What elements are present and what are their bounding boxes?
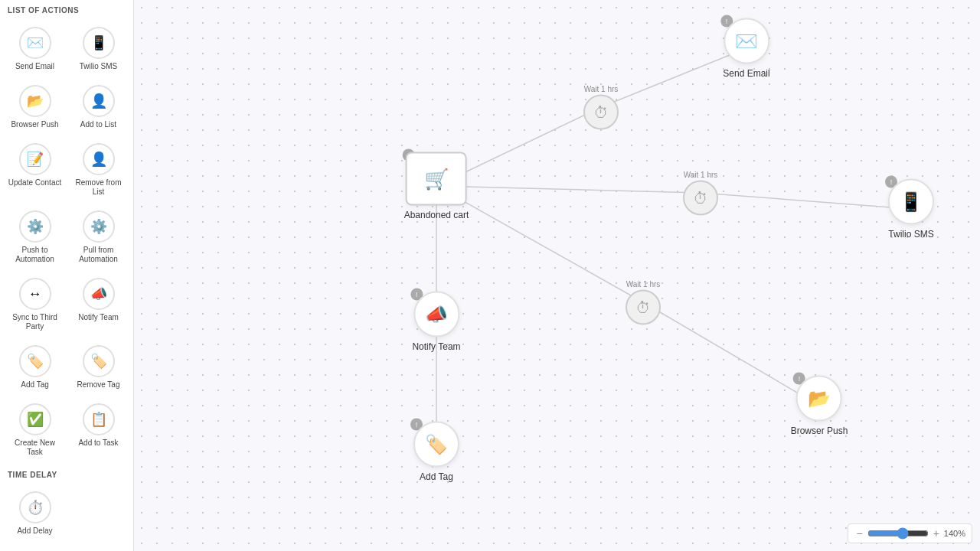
sidebar-item-update-contact[interactable]: 📝 Update Contact	[5, 137, 65, 201]
sync-third-party-label: Sync to Third Party	[8, 313, 62, 331]
zoom-slider[interactable]	[867, 527, 929, 540]
node-abandoned-cart[interactable]: ! 🛒 Abandoned cart	[404, 152, 469, 220]
sidebar-item-remove-tag[interactable]: 🏷️ Remove Tag	[68, 339, 129, 394]
wait-label-wait3: Wait 1 hrs	[626, 280, 661, 289]
twilio-sms-icon: 📱	[83, 27, 115, 59]
notify-team-label: Notify Team	[78, 313, 119, 322]
remove-from-list-icon: 👤	[83, 143, 115, 175]
update-contact-label: Update Contact	[8, 178, 62, 187]
node-label-abandoned-cart: Abandoned cart	[404, 210, 469, 220]
notify-team-icon: 📣	[83, 278, 115, 310]
add-to-task-label: Add to Task	[78, 439, 118, 448]
wait-node-wait1[interactable]: Wait 1 hrs ⏱	[583, 85, 619, 130]
sidebar-item-pull-from-automation[interactable]: ⚙️ Pull from Automation	[68, 204, 129, 269]
wait-circle-wait3: ⏱	[626, 290, 661, 325]
node-browser-push-node[interactable]: ! 📂 Browser Push	[791, 376, 848, 436]
sidebar-item-push-to-automation[interactable]: ⚙️ Push to Automation	[5, 204, 65, 269]
node-notify-team-node[interactable]: ! 📣 Notify Team	[412, 292, 460, 352]
create-task-label: Create New Task	[8, 439, 62, 457]
node-circle-twilio-sms-node: 📱	[888, 179, 934, 225]
sidebar-item-send-email[interactable]: ✉️ Send Email	[5, 21, 65, 76]
zoom-out-button[interactable]: −	[854, 527, 864, 540]
add-to-list-icon: 👤	[83, 85, 115, 117]
node-label-add-tag-node: Add Tag	[420, 471, 453, 482]
add-to-task-icon: 📋	[83, 403, 115, 435]
sidebar-item-add-delay[interactable]: ⏱️ Add Delay	[5, 485, 65, 540]
sidebar-item-add-tag[interactable]: 🏷️ Add Tag	[5, 339, 65, 394]
sidebar-delay-grid: ⏱️ Add Delay	[0, 482, 133, 543]
send-email-icon: ✉️	[19, 27, 51, 59]
node-label-notify-team-node: Notify Team	[412, 341, 460, 352]
node-label-send-email-node: Send Email	[723, 68, 769, 79]
add-to-list-label: Add to List	[80, 120, 116, 129]
wait-label-wait2: Wait 1 hrs	[684, 171, 718, 179]
wait-label-wait1: Wait 1 hrs	[584, 85, 619, 93]
node-label-browser-push-node: Browser Push	[791, 425, 848, 436]
node-add-tag-node[interactable]: ! 🏷️ Add Tag	[413, 422, 459, 482]
add-tag-label: Add Tag	[21, 380, 49, 390]
zoom-level-label: 140%	[944, 529, 965, 538]
remove-from-list-label: Remove from List	[71, 178, 126, 197]
node-send-email-node[interactable]: ! ✉️ Send Email	[723, 18, 769, 79]
add-delay-icon: ⏱️	[19, 491, 51, 523]
sidebar: LIST OF ACTIONS ✉️ Send Email 📱 Twilio S…	[0, 0, 134, 551]
sidebar-item-create-task[interactable]: ✅ Create New Task	[5, 397, 65, 461]
add-tag-icon: 🏷️	[19, 345, 51, 377]
node-label-twilio-sms-node: Twilio SMS	[888, 229, 933, 240]
sync-third-party-icon: ↔️	[19, 278, 51, 310]
pull-from-automation-icon: ⚙️	[83, 210, 115, 243]
sidebar-item-notify-team[interactable]: 📣 Notify Team	[68, 272, 129, 336]
sidebar-item-sync-third-party[interactable]: ↔️ Sync to Third Party	[5, 272, 65, 336]
remove-tag-icon: 🏷️	[83, 345, 115, 377]
wait-circle-wait1: ⏱	[583, 95, 619, 130]
remove-tag-label: Remove Tag	[77, 380, 120, 390]
trigger-box-abandoned-cart: 🛒	[406, 152, 467, 206]
sidebar-item-browser-push[interactable]: 📂 Browser Push	[5, 79, 65, 134]
node-twilio-sms-node[interactable]: ! 📱 Twilio SMS	[888, 179, 934, 240]
push-to-automation-label: Push to Automation	[8, 246, 62, 264]
sidebar-actions-grid: ✉️ Send Email 📱 Twilio SMS 📂 Browser Pus…	[0, 18, 133, 465]
sidebar-section-title-actions: LIST OF ACTIONS	[0, 0, 133, 18]
sidebar-item-add-to-task[interactable]: 📋 Add to Task	[68, 397, 129, 461]
pull-from-automation-label: Pull from Automation	[71, 246, 126, 264]
flow-line	[701, 193, 911, 209]
browser-push-label: Browser Push	[11, 120, 58, 129]
push-to-automation-icon: ⚙️	[19, 210, 51, 243]
wait-node-wait2[interactable]: Wait 1 hrs ⏱	[683, 171, 718, 216]
sidebar-item-twilio-sms[interactable]: 📱 Twilio SMS	[68, 21, 129, 76]
twilio-sms-label: Twilio SMS	[80, 62, 117, 71]
sidebar-section-title-delay: TIME DELAY	[0, 465, 133, 482]
connections-svg	[134, 0, 980, 551]
canvas: − + 140% ! 🛒 Abandoned cart ! ✉️ Send Em…	[134, 0, 980, 551]
zoom-in-button[interactable]: +	[932, 527, 941, 540]
wait-node-wait3[interactable]: Wait 1 hrs ⏱	[626, 280, 661, 325]
node-circle-add-tag-node: 🏷️	[413, 422, 459, 468]
sidebar-item-add-to-list[interactable]: 👤 Add to List	[68, 79, 129, 134]
node-circle-browser-push-node: 📂	[796, 376, 842, 422]
node-circle-notify-team-node: 📣	[413, 292, 459, 337]
wait-circle-wait2: ⏱	[683, 181, 718, 216]
flow-line	[436, 186, 701, 193]
send-email-label: Send Email	[15, 62, 54, 71]
add-delay-label: Add Delay	[17, 527, 52, 536]
update-contact-icon: 📝	[19, 143, 51, 175]
create-task-icon: ✅	[19, 403, 51, 435]
zoom-bar: − + 140%	[848, 523, 972, 543]
node-circle-send-email-node: ✉️	[724, 18, 769, 64]
sidebar-item-remove-from-list[interactable]: 👤 Remove from List	[68, 137, 129, 201]
browser-push-icon: 📂	[19, 85, 51, 117]
